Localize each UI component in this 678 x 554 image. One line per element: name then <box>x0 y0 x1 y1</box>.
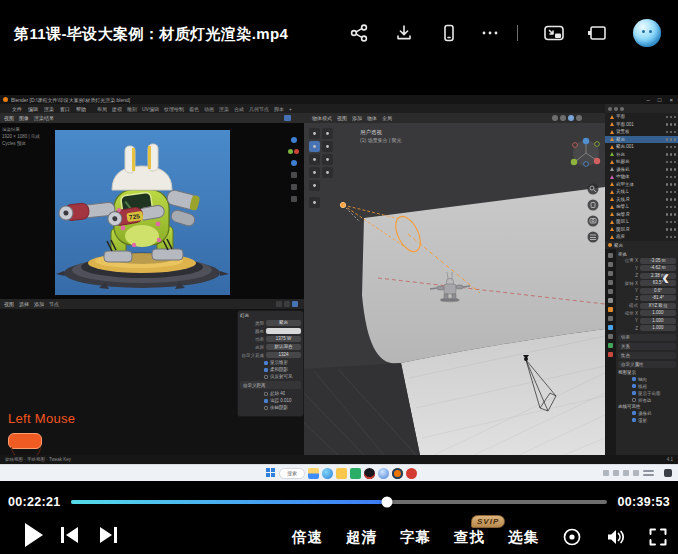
checkbox <box>632 377 636 381</box>
mesh-icon <box>610 227 614 231</box>
share-button[interactable] <box>346 20 372 46</box>
shader-editor-area: 视图选择添加节点 灯光 类型 聚光 颜色 功率 1375 W 光斑 <box>0 299 304 455</box>
quality-button[interactable]: 超清 <box>346 528 377 547</box>
outliner-row: 摄像机 <box>605 166 678 174</box>
checkbox <box>264 375 268 379</box>
close-icon: × <box>669 97 673 103</box>
video-surface[interactable]: Blender [D:\课程文件\毕设大案例\材质灯光渲染.blend] – □… <box>0 95 678 481</box>
workspace-tabs: 布局建模雕刻UV编辑纹理绘制着色动画渲染合成几何节点脚本+ <box>92 106 292 112</box>
workspace-tab: 脚本 <box>274 106 284 112</box>
total-time: 00:39:53 <box>618 495 670 509</box>
taskbar-app-icon <box>392 468 403 479</box>
taskbar-app-icon <box>336 468 347 479</box>
more-button[interactable] <box>477 20 503 46</box>
header-mini-buttons <box>276 301 304 307</box>
checkbox-row: 漫射 <box>618 417 676 424</box>
properties-tabs <box>605 249 616 455</box>
checkbox-row: 摄像机 <box>618 410 676 417</box>
collapsed-section: 切变 <box>618 334 676 342</box>
checkbox-row: 仅反射可见 <box>240 373 301 380</box>
outliner-row: 炮管.R <box>605 211 678 219</box>
record-button[interactable] <box>562 527 582 547</box>
visibility-icons <box>666 153 678 156</box>
blender-status-bar: 旋转视图 · 平移视图 · Tweak Key 4.1 <box>0 455 678 464</box>
visibility-icons <box>666 168 678 171</box>
seek-knob[interactable] <box>382 497 393 508</box>
visibility-icons <box>666 183 678 186</box>
menu-item: 帮助 <box>76 106 86 112</box>
subtitle-button[interactable]: 字幕 <box>400 528 431 547</box>
checkbox-row: 接触阴影 <box>240 404 301 411</box>
workspace-tab: 雕刻 <box>127 106 137 112</box>
episodes-button[interactable]: 选集 <box>508 528 539 547</box>
taskbar-app-icon <box>364 468 375 479</box>
visibility-icons <box>666 236 678 239</box>
mesh-icon <box>610 205 614 209</box>
slot-icon <box>291 137 297 143</box>
checkbox <box>264 392 268 396</box>
pen-input-icon <box>664 469 672 477</box>
checkbox <box>264 368 268 372</box>
mesh-icon <box>610 152 614 156</box>
visibility-icons <box>666 131 678 134</box>
mesh-icon <box>610 137 614 141</box>
outliner-row: 机甲主体 <box>605 181 678 189</box>
player-logo[interactable] <box>633 19 661 47</box>
taskbar-app-icon <box>378 468 389 479</box>
side-dock-button[interactable] <box>584 20 610 46</box>
taskbar-app-icon <box>406 468 417 479</box>
checkbox <box>264 406 268 410</box>
fullscreen-button[interactable] <box>648 527 668 547</box>
player-top-bar: 第11课-毕设大案例：材质灯光渲染.mp4 <box>0 0 678 95</box>
properties-tab-icon <box>608 271 613 276</box>
light-properties-panel: 灯光 类型 聚光 颜色 功率 1375 W 光斑 默认混合 自定义衰减 <box>237 310 304 417</box>
mesh-icon <box>610 160 614 164</box>
find-button[interactable]: 查找 SVIP <box>454 528 485 547</box>
menu-items: 文件编辑渲染窗口帮助 <box>6 106 86 112</box>
taskbar-app-icon <box>322 468 333 479</box>
checkbox <box>632 398 636 402</box>
visibility-icons <box>666 123 678 126</box>
play-button[interactable] <box>22 522 44 548</box>
field-row: 自定义衰减 1324 <box>240 351 301 359</box>
checkbox <box>632 391 636 395</box>
next-icon <box>98 526 118 544</box>
checkbox-row: 轴向 <box>618 376 676 383</box>
checkbox <box>264 361 268 365</box>
image-editor-area: 渲染结果1920 × 1080 | 完成Cycles 预览 <box>0 123 304 299</box>
screencast-key-label: Left Mouse <box>8 411 75 426</box>
mouse-button-indicator <box>8 433 42 449</box>
blender-menu-bar: 文件编辑渲染窗口帮助 布局建模雕刻UV编辑纹理绘制着色动画渲染合成几何节点脚本+… <box>0 104 678 113</box>
properties-tab-icon <box>608 307 613 312</box>
checkbox <box>632 411 636 415</box>
rendered-robot-image: 725 <box>55 130 230 295</box>
mesh-icon <box>610 167 614 171</box>
previous-icon <box>60 526 80 544</box>
next-button[interactable] <box>98 526 118 544</box>
side-panel-toggle[interactable]: ‹ <box>662 267 669 289</box>
properties-tab-icon <box>608 289 613 294</box>
properties-tab-icon <box>608 280 613 285</box>
outliner-row: 聚光.001 <box>605 143 678 151</box>
outliner-row: 空物体 <box>605 173 678 181</box>
windows-taskbar: 搜索 <box>0 464 678 481</box>
video-player-window: 第11课-毕设大案例：材质灯光渲染.mp4 <box>0 0 678 554</box>
progress-fill <box>71 500 387 504</box>
volume-button[interactable] <box>605 527 625 547</box>
view-name-overlay: 用户透视 <box>360 129 383 136</box>
checkbox-row: 追踪 0.010 <box>240 397 301 404</box>
visibility-icons <box>666 176 678 179</box>
previous-button[interactable] <box>60 526 80 544</box>
properties-tab-icon <box>608 343 613 348</box>
mini-window-button[interactable] <box>541 20 567 46</box>
seek-bar[interactable] <box>71 500 606 504</box>
checkbox <box>264 399 268 403</box>
menu-item: 编辑 <box>28 106 38 112</box>
mobile-play-button[interactable] <box>436 20 462 46</box>
visibility-icons <box>666 228 678 231</box>
workspace-tab: 动画 <box>204 106 214 112</box>
download-button[interactable] <box>391 20 417 46</box>
taskbar-apps <box>308 468 417 479</box>
progress-row: 00:22:21 00:39:53 <box>0 492 678 512</box>
speed-button[interactable]: 倍速 <box>292 528 323 547</box>
